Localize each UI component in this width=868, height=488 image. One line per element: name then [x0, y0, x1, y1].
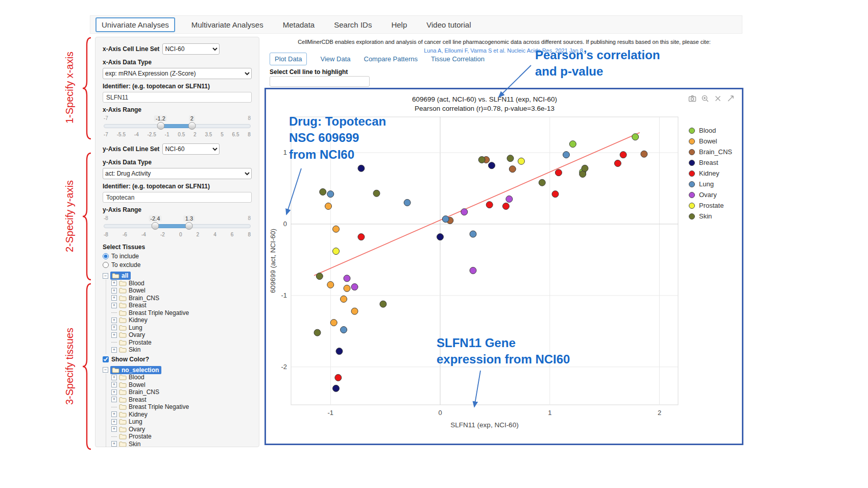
exclude-radio-button[interactable] [103, 262, 109, 268]
x-cell-line-set-select[interactable]: NCI-60 [162, 43, 220, 55]
legend-item-skin[interactable]: Skin [689, 213, 732, 220]
tree-item-ovary[interactable]: +Ovary [111, 331, 252, 339]
y-data-type-select[interactable]: act: Drug Activity [103, 168, 252, 179]
tree-expand-icon[interactable]: + [111, 280, 117, 286]
tree-expand-icon[interactable]: + [111, 426, 117, 432]
show-color-row[interactable]: Show Color? [103, 356, 252, 363]
tab-view-data[interactable]: View Data [320, 55, 350, 63]
tree-expand-icon[interactable]: + [111, 347, 117, 353]
nav-tab-search-ids[interactable]: Search IDs [331, 18, 375, 32]
scatter-point-breast[interactable] [437, 234, 444, 240]
scatter-point-kidney[interactable] [335, 374, 342, 381]
tree-item-lung[interactable]: +Lung [111, 418, 252, 426]
tree-item-bowel[interactable]: +Bowel [111, 381, 252, 389]
scatter-point-lung[interactable] [341, 327, 347, 333]
scatter-point-kidney[interactable] [620, 152, 626, 158]
tree-expand-icon[interactable]: + [111, 441, 117, 447]
slider-handle-from[interactable] [152, 222, 159, 230]
scatter-point-breast[interactable] [488, 162, 495, 169]
scatter-point-kidney[interactable] [502, 203, 509, 209]
y-cell-line-set-select[interactable]: NCI-60 [162, 143, 220, 155]
scatter-point-brain-cns[interactable] [641, 151, 647, 157]
x-data-type-select[interactable]: exp: mRNA Expression (Z-Score) [103, 68, 252, 79]
legend-item-brain-cns[interactable]: Brain_CNS [689, 149, 732, 156]
tree-item-bowel[interactable]: +Bowel [111, 287, 252, 295]
tree-root-all[interactable]: all [110, 272, 131, 280]
scatter-point-blood[interactable] [569, 141, 576, 148]
scatter-point-prostate[interactable] [333, 248, 340, 255]
scatter-point-skin[interactable] [316, 273, 323, 280]
legend-item-breast[interactable]: Breast [689, 159, 732, 166]
legend-item-bowel[interactable]: Bowel [689, 138, 732, 145]
tree-item-blood[interactable]: +Blood [111, 374, 252, 381]
scatter-point-skin[interactable] [314, 329, 321, 336]
y-range-slider[interactable]: -88-2.41.3-8-6-4-202468 [104, 215, 251, 237]
scatter-point-breast[interactable] [336, 348, 343, 355]
cell-line-highlight-input[interactable] [270, 76, 370, 87]
scatter-point-lung[interactable] [404, 199, 411, 206]
tree-item-kidney[interactable]: +Kidney [111, 411, 252, 419]
scatter-point-kidney[interactable] [552, 191, 559, 198]
tab-compare-patterns[interactable]: Compare Patterns [364, 55, 418, 63]
tree-expand-icon[interactable]: + [111, 397, 117, 402]
scatter-point-ovary[interactable] [461, 209, 468, 215]
scatter-point-bowel[interactable] [351, 308, 358, 314]
show-color-checkbox[interactable] [103, 356, 109, 362]
tree-expand-icon[interactable]: + [111, 382, 117, 387]
scatter-point-breast[interactable] [358, 165, 365, 172]
slider-track[interactable] [104, 224, 251, 228]
tree-item-prostate[interactable]: Prostate [111, 433, 252, 441]
scatter-point-bowel[interactable] [325, 203, 332, 209]
tree-item-lung[interactable]: +Lung [111, 324, 252, 332]
y-identifier-input[interactable] [103, 192, 252, 203]
tree-item-breast-triple-negative[interactable]: Breast Triple Negative [111, 309, 252, 317]
tree-item-ovary[interactable]: +Ovary [111, 426, 252, 433]
scatter-point-skin[interactable] [380, 301, 387, 307]
x-range-slider[interactable]: -78-1.22-7-5.5-4-2.5-10.523.556.58 [104, 115, 251, 137]
scatter-point-ovary[interactable] [351, 284, 358, 290]
scatter-point-skin[interactable] [478, 156, 485, 163]
tree-expand-icon[interactable]: + [111, 389, 117, 395]
legend-item-lung[interactable]: Lung [689, 181, 732, 188]
tree-item-blood[interactable]: +Blood [111, 280, 252, 287]
scatter-point-bowel[interactable] [341, 296, 347, 302]
scatter-point-kidney[interactable] [555, 169, 562, 176]
scatter-point-ovary[interactable] [506, 196, 513, 202]
nav-tab-multivariate-analyses[interactable]: Multivariate Analyses [188, 18, 267, 32]
tree-item-brain-cns[interactable]: +Brain_CNS [111, 295, 252, 302]
tree-item-breast[interactable]: +Breast [111, 396, 252, 404]
x-identifier-input[interactable] [103, 92, 252, 103]
scatter-point-skin[interactable] [320, 188, 326, 195]
scatter-point-ovary[interactable] [470, 267, 476, 274]
tab-plot-data[interactable]: Plot Data [270, 53, 307, 65]
scatter-point-breast[interactable] [333, 385, 340, 392]
tissues-include-radio[interactable]: To include [103, 253, 252, 260]
tree-expand-icon[interactable]: + [111, 295, 117, 301]
tree-collapse-icon[interactable]: − [103, 273, 108, 279]
legend-item-blood[interactable]: Blood [689, 127, 732, 134]
tree-root-no_selection[interactable]: no_selection [110, 366, 161, 374]
slider-handle-from[interactable] [157, 122, 164, 130]
scatter-point-blood[interactable] [632, 134, 639, 140]
nav-tab-video-tutorial[interactable]: Video tutorial [423, 18, 474, 32]
tree-expand-icon[interactable]: + [111, 419, 117, 425]
tree-item-prostate[interactable]: Prostate [111, 339, 252, 347]
tree-expand-icon[interactable]: + [111, 375, 117, 380]
scatter-point-kidney[interactable] [358, 234, 365, 240]
slider-track[interactable] [104, 124, 251, 128]
scatter-point-lung[interactable] [470, 231, 476, 237]
scatter-point-lung[interactable] [563, 152, 569, 158]
slider-selected-bar[interactable] [155, 224, 189, 228]
scatter-point-skin[interactable] [582, 165, 588, 172]
scatter-point-prostate[interactable] [518, 158, 524, 164]
scatter-point-ovary[interactable] [344, 275, 350, 282]
tree-expand-icon[interactable]: + [111, 411, 117, 417]
scatter-point-kidney[interactable] [614, 160, 621, 166]
legend-item-kidney[interactable]: Kidney [689, 170, 732, 177]
legend-item-ovary[interactable]: Ovary [689, 191, 732, 199]
scatter-point-brain-cns[interactable] [509, 166, 516, 173]
scatter-point-bowel[interactable] [344, 285, 350, 291]
nav-tab-metadata[interactable]: Metadata [280, 18, 318, 32]
scatter-point-bowel[interactable] [333, 226, 340, 232]
tree-item-skin[interactable]: +Skin [111, 346, 252, 354]
